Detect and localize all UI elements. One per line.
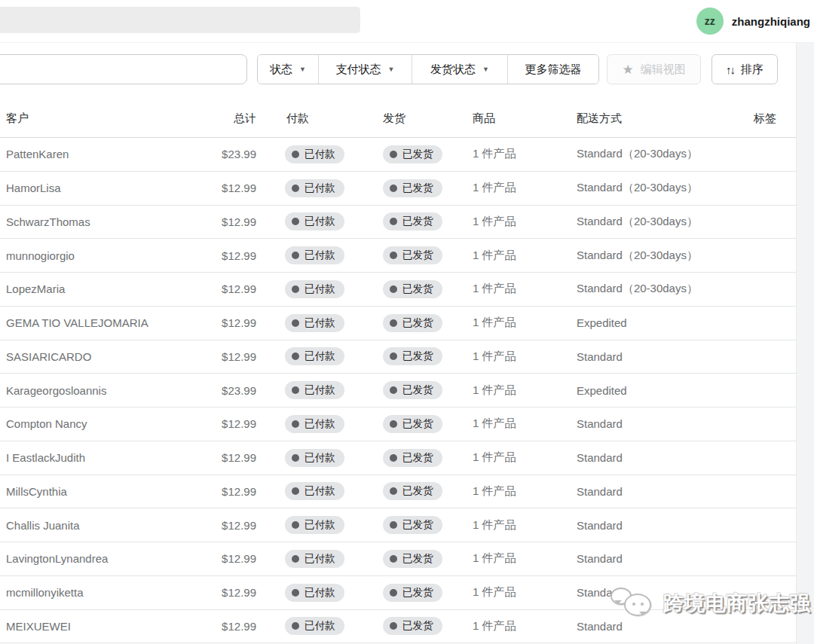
order-row[interactable]: GEMA TIO VALLEJOMARIA$12.99已付款已发货1 件产品Ex… bbox=[0, 307, 796, 340]
order-total: $12.99 bbox=[205, 620, 262, 633]
customer-name[interactable]: Karageorgosloannis bbox=[6, 384, 205, 397]
order-row[interactable]: PattenKaren$23.99已付款已发货1 件产品Standard（20-… bbox=[0, 138, 796, 172]
items-count: 1 件产品 bbox=[451, 417, 555, 431]
filter-button-group: 状态 ▼ 支付状态 ▼ 发货状态 ▼ 更多筛选器 bbox=[257, 54, 599, 84]
order-total: $12.99 bbox=[205, 586, 262, 599]
shipping-method: Standard（20-30days） bbox=[555, 147, 728, 161]
customer-name[interactable]: LopezMaria bbox=[6, 282, 205, 295]
status-dot-icon bbox=[390, 285, 397, 293]
payment-status-badge: 已付款 bbox=[285, 482, 344, 500]
status-dot-icon bbox=[292, 353, 299, 360]
user-name: zhangzhiqiang bbox=[732, 15, 810, 28]
customer-name[interactable]: SASIARICARDO bbox=[6, 350, 205, 363]
order-row[interactable]: Compton Nancy$12.99已付款已发货1 件产品Standard bbox=[0, 407, 796, 441]
shipping-method: Standard（20-30days） bbox=[555, 181, 728, 195]
items-count: 1 件产品 bbox=[451, 282, 555, 296]
shipping-method: Standard（20-30days） bbox=[555, 249, 728, 263]
order-row[interactable]: LopezMaria$12.99已付款已发货1 件产品Standard（20-3… bbox=[0, 273, 796, 307]
page-background-gutter bbox=[796, 43, 814, 644]
order-total: $12.99 bbox=[205, 182, 262, 194]
customer-name[interactable]: Compton Nancy bbox=[6, 417, 205, 430]
status-dot-icon bbox=[292, 521, 299, 529]
shipping-method: Standard（20-30days） bbox=[555, 282, 728, 296]
order-row[interactable]: munnogiorgio$12.99已付款已发货1 件产品Standard（20… bbox=[0, 239, 796, 273]
order-row[interactable]: SchwarzThomas$12.99已付款已发货1 件产品Standard（2… bbox=[0, 206, 796, 240]
order-row[interactable]: Challis Juanita$12.99已付款已发货1 件产品Standard bbox=[0, 508, 796, 542]
order-total: $12.99 bbox=[205, 519, 262, 532]
status-filter-label: 状态 bbox=[270, 63, 292, 77]
payment-status-filter-label: 支付状态 bbox=[336, 63, 381, 77]
column-header-tags: 标签 bbox=[728, 111, 796, 126]
payment-status-badge: 已付款 bbox=[285, 550, 344, 568]
chevron-down-icon: ▼ bbox=[299, 66, 306, 73]
fulfillment-status-badge: 已发货 bbox=[383, 280, 442, 298]
orders-search-input[interactable] bbox=[0, 54, 247, 84]
user-menu[interactable]: zz zhangzhiqiang bbox=[696, 8, 810, 35]
sort-button[interactable]: ↑↓ 排序 bbox=[711, 54, 778, 84]
customer-name[interactable]: MillsCynthia bbox=[6, 485, 205, 498]
customer-name[interactable]: PattenKaren bbox=[6, 148, 205, 160]
order-total: $12.99 bbox=[205, 485, 262, 498]
status-dot-icon bbox=[390, 353, 397, 360]
order-total: $12.99 bbox=[205, 282, 262, 295]
fulfillment-status-filter-button[interactable]: 发货状态 ▼ bbox=[412, 55, 507, 84]
payment-status-filter-button[interactable]: 支付状态 ▼ bbox=[318, 55, 412, 84]
order-total: $12.99 bbox=[205, 451, 262, 464]
fulfillment-status-badge: 已发货 bbox=[383, 584, 442, 602]
status-dot-icon bbox=[292, 454, 299, 462]
filter-toolbar: 状态 ▼ 支付状态 ▼ 发货状态 ▼ 更多筛选器 ★ 编辑视图 ↑↓ 排序 bbox=[0, 54, 796, 84]
order-row[interactable]: MEIXUEWEI$12.99已付款已发货1 件产品Standard bbox=[0, 610, 796, 644]
fulfillment-status-badge: 已发货 bbox=[383, 381, 442, 399]
items-count: 1 件产品 bbox=[451, 249, 555, 263]
shipping-method: Standard bbox=[555, 451, 728, 464]
customer-name[interactable]: munnogiorgio bbox=[6, 249, 205, 262]
customer-name[interactable]: SchwarzThomas bbox=[6, 215, 205, 228]
status-dot-icon bbox=[390, 622, 397, 630]
order-row[interactable]: MillsCynthia$12.99已付款已发货1 件产品Standard bbox=[0, 475, 796, 509]
fulfillment-status-badge: 已发货 bbox=[383, 212, 442, 230]
orders-page: 状态 ▼ 支付状态 ▼ 发货状态 ▼ 更多筛选器 ★ 编辑视图 ↑↓ 排序 客户… bbox=[0, 54, 796, 643]
order-total: $12.99 bbox=[205, 215, 262, 228]
column-header-shipping-method: 配送方式 bbox=[555, 111, 728, 126]
status-dot-icon bbox=[292, 622, 299, 630]
shipping-method: Standard bbox=[555, 417, 728, 430]
star-icon: ★ bbox=[622, 63, 633, 76]
sort-arrows-icon: ↑↓ bbox=[726, 63, 734, 76]
order-row[interactable]: Karageorgosloannis$23.99已付款已发货1 件产品Exped… bbox=[0, 374, 796, 407]
order-row[interactable]: SASIARICARDO$12.99已付款已发货1 件产品Standard bbox=[0, 340, 796, 374]
status-dot-icon bbox=[292, 589, 299, 597]
order-row[interactable]: LavingtonLynandrea$12.99已付款已发货1 件产品Stand… bbox=[0, 542, 796, 576]
customer-name[interactable]: GEMA TIO VALLEJOMARIA bbox=[6, 316, 205, 329]
order-total: $12.99 bbox=[205, 316, 262, 329]
order-row[interactable]: I EastlackJudith$12.99已付款已发货1 件产品Standar… bbox=[0, 441, 796, 475]
column-header-customer: 客户 bbox=[6, 111, 205, 126]
order-row[interactable]: HamorLisa$12.99已付款已发货1 件产品Standard（20-30… bbox=[0, 172, 796, 206]
status-filter-button[interactable]: 状态 ▼ bbox=[258, 55, 318, 84]
customer-name[interactable]: Challis Juanita bbox=[6, 519, 205, 532]
customer-name[interactable]: MEIXUEWEI bbox=[6, 620, 205, 633]
edit-view-button[interactable]: ★ 编辑视图 bbox=[607, 54, 701, 84]
status-dot-icon bbox=[390, 218, 397, 225]
more-filters-button[interactable]: 更多筛选器 bbox=[507, 55, 598, 84]
table-header-row: 客户总计付款发货商品配送方式标签 bbox=[0, 100, 796, 138]
fulfillment-status-badge: 已发货 bbox=[383, 482, 442, 500]
status-dot-icon bbox=[292, 487, 299, 495]
customer-name[interactable]: LavingtonLynandrea bbox=[6, 552, 205, 565]
column-header-total: 总计 bbox=[205, 111, 262, 126]
status-dot-icon bbox=[292, 420, 299, 428]
customer-name[interactable]: HamorLisa bbox=[6, 182, 205, 194]
order-total: $12.99 bbox=[205, 249, 262, 262]
order-total: $23.99 bbox=[205, 384, 262, 397]
status-dot-icon bbox=[390, 454, 397, 462]
customer-name[interactable]: I EastlackJudith bbox=[6, 451, 205, 464]
fulfillment-status-badge: 已发货 bbox=[383, 347, 442, 365]
fulfillment-status-badge: 已发货 bbox=[383, 516, 442, 534]
customer-name[interactable]: mcmillonyiketta bbox=[6, 586, 205, 599]
payment-status-badge: 已付款 bbox=[285, 314, 344, 332]
fulfillment-status-badge: 已发货 bbox=[383, 415, 442, 433]
global-search-bar[interactable] bbox=[0, 7, 360, 33]
order-row[interactable]: mcmillonyiketta$12.99已付款已发货1 件产品Standard bbox=[0, 576, 796, 610]
status-dot-icon bbox=[390, 252, 397, 259]
avatar[interactable]: zz bbox=[696, 8, 724, 35]
status-dot-icon bbox=[292, 185, 299, 192]
